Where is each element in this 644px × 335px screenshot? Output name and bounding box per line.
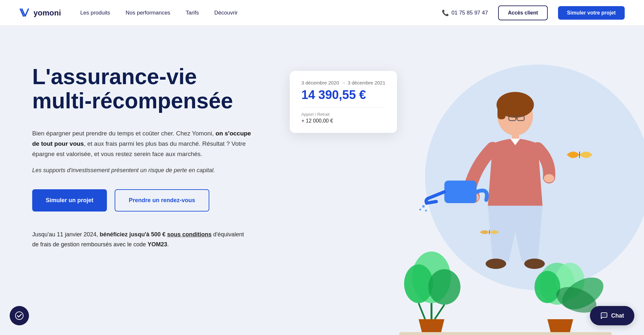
chat-label: Chat bbox=[611, 312, 624, 319]
svg-point-10 bbox=[524, 259, 545, 269]
card-date-range: 3 décembre 2020 → 3 décembre 2021 bbox=[301, 80, 385, 85]
header-right: 📞 01 75 85 97 47 Accès client Simuler vo… bbox=[442, 5, 625, 20]
bottom-badge[interactable] bbox=[10, 306, 29, 325]
card-apport-value: + 12 000,00 € bbox=[301, 118, 385, 124]
svg-point-17 bbox=[428, 269, 460, 305]
logo[interactable]: yomoni bbox=[19, 7, 61, 19]
promo-link[interactable]: sous conditions bbox=[167, 231, 212, 238]
svg-point-32 bbox=[605, 315, 606, 315]
logo-text: yomoni bbox=[33, 8, 61, 17]
logo-icon bbox=[19, 7, 31, 19]
svg-rect-2 bbox=[497, 103, 506, 119]
nav-decouvrir[interactable]: Découvrir bbox=[214, 10, 238, 16]
svg-line-19 bbox=[419, 303, 425, 319]
card-date-arrow: → bbox=[341, 80, 346, 85]
svg-point-13 bbox=[419, 209, 421, 211]
performance-card: 3 décembre 2020 → 3 décembre 2021 14 390… bbox=[290, 71, 397, 133]
card-apport-label: Apport / Retrait bbox=[301, 112, 385, 117]
hero-disclaimer: Les supports d'investissement présentent… bbox=[32, 167, 258, 174]
svg-line-20 bbox=[435, 305, 444, 319]
prendre-rdv-button[interactable]: Prendre un rendez-vous bbox=[115, 189, 209, 212]
svg-point-30 bbox=[602, 315, 603, 315]
svg-rect-26 bbox=[399, 332, 612, 335]
svg-point-23 bbox=[535, 271, 560, 303]
hero-right: 3 décembre 2020 → 3 décembre 2021 14 390… bbox=[283, 52, 625, 58]
chat-button[interactable]: Chat bbox=[590, 306, 634, 325]
person-illustration-svg bbox=[367, 52, 625, 335]
hero-illustration bbox=[367, 52, 625, 335]
nav-les-produits[interactable]: Les produits bbox=[80, 10, 110, 16]
badge-icon bbox=[15, 311, 24, 320]
hero-promo: Jusqu'au 11 janvier 2024, bénéficiez jus… bbox=[32, 230, 251, 249]
phone-number: 01 75 85 97 47 bbox=[451, 10, 488, 16]
phone-area: 📞 01 75 85 97 47 bbox=[442, 9, 488, 16]
hero-buttons: Simuler un projet Prendre un rendez-vous bbox=[32, 189, 283, 212]
phone-icon: 📞 bbox=[442, 9, 449, 16]
chat-icon bbox=[600, 312, 608, 320]
nav-tarifs[interactable]: Tarifs bbox=[186, 10, 199, 16]
hero-content: L'assurance-viemulti-récompensée Bien ép… bbox=[32, 52, 283, 250]
svg-point-31 bbox=[604, 315, 604, 315]
acces-client-button[interactable]: Accès client bbox=[498, 5, 547, 20]
card-date-to: 3 décembre 2021 bbox=[348, 80, 385, 85]
svg-point-14 bbox=[425, 210, 427, 212]
card-date-from: 3 décembre 2020 bbox=[301, 80, 339, 85]
hero-section: L'assurance-viemulti-récompensée Bien ép… bbox=[0, 26, 644, 335]
simuler-un-projet-button[interactable]: Simuler un projet bbox=[32, 189, 107, 212]
nav-nos-performances[interactable]: Nos performances bbox=[126, 10, 170, 16]
svg-point-9 bbox=[486, 259, 506, 269]
svg-point-12 bbox=[422, 205, 425, 208]
svg-point-29 bbox=[15, 312, 23, 320]
card-divider bbox=[301, 107, 385, 107]
header: yomoni Les produits Nos performances Tar… bbox=[0, 0, 644, 26]
svg-point-8 bbox=[544, 174, 554, 182]
simuler-votre-projet-button[interactable]: Simuler votre projet bbox=[558, 6, 625, 20]
svg-rect-11 bbox=[444, 181, 477, 203]
hero-description: Bien épargner peut prendre du temps et c… bbox=[32, 128, 258, 160]
main-nav: Les produits Nos performances Tarifs Déc… bbox=[80, 10, 442, 16]
hero-title: L'assurance-viemulti-récompensée bbox=[32, 64, 283, 113]
card-amount: 14 390,55 € bbox=[301, 88, 385, 102]
